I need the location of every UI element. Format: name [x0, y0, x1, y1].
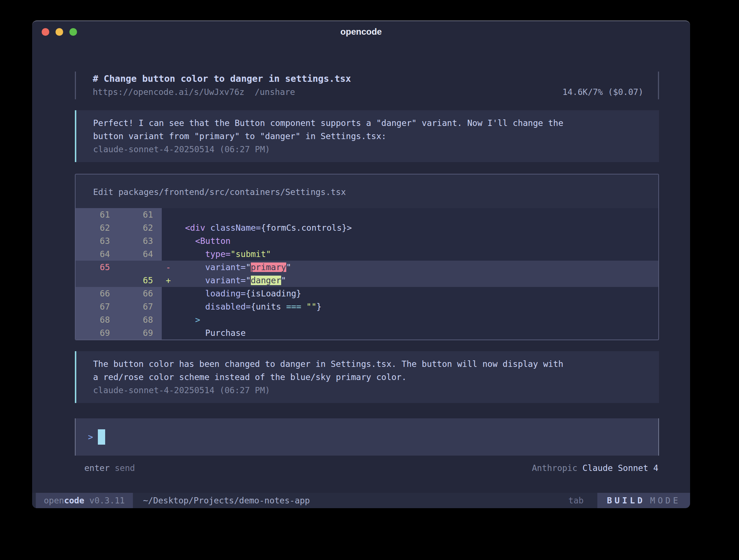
old-line-number: 61 — [76, 208, 119, 221]
code-line: type="submit" — [175, 248, 658, 261]
diff-marker — [162, 300, 175, 313]
code-token: <Button — [195, 236, 230, 246]
window-titlebar: opencode — [32, 21, 690, 42]
old-line-number: 62 — [76, 221, 119, 234]
diff-marker — [162, 287, 175, 300]
tab-key-hint[interactable]: tab — [568, 493, 584, 508]
status-bar: opencodev0.3.11 ~/Desktop/Projects/demo-… — [32, 493, 690, 508]
code-token — [175, 276, 205, 285]
new-line-number: 62 — [119, 221, 162, 234]
code-line: variant="primary" — [175, 261, 658, 274]
enter-key-hint: enter — [84, 463, 110, 473]
code-token: disabled= — [205, 302, 251, 311]
screen: opencode # Change button color to danger… — [0, 0, 739, 560]
old-line-number: 65 — [76, 261, 119, 274]
new-line-number: 61 — [119, 208, 162, 221]
new-line-number: 64 — [119, 248, 162, 261]
code-token — [175, 223, 185, 233]
diff-row: 6767 disabled={units === ""} — [76, 300, 658, 313]
code-line: <Button — [175, 234, 658, 248]
send-hint: entersend — [84, 461, 135, 475]
code-token: className= — [210, 223, 261, 233]
new-line-number: 68 — [119, 313, 162, 326]
code-token — [175, 328, 205, 338]
code-line: Purchase — [175, 326, 658, 340]
code-token: } — [317, 302, 322, 311]
diff-row: 6464 type="submit" — [76, 248, 658, 261]
old-line-number: 68 — [76, 313, 119, 326]
code-token — [205, 223, 210, 233]
code-token: > — [195, 315, 200, 325]
session-subline: https://opencode.ai/s/UwJxv76z/unshare — [93, 85, 351, 99]
new-line-number: 63 — [119, 234, 162, 248]
diff-marker — [162, 326, 175, 340]
hint-row: entersend AnthropicClaude Sonnet 4 — [75, 461, 659, 475]
model-name: Claude Sonnet 4 — [582, 463, 658, 473]
new-line-number: 65 — [119, 274, 162, 287]
prompt-input[interactable]: > — [75, 418, 659, 456]
code-token — [301, 302, 306, 311]
diff-row: 6161 — [76, 208, 658, 221]
main-content: # Change button color to danger in setti… — [32, 72, 690, 475]
provider-name: Anthropic — [532, 463, 578, 473]
assistant-message: Perfect! I can see that the Button compo… — [75, 110, 659, 162]
app-name-normal: open — [44, 493, 64, 508]
old-line-number: 67 — [76, 300, 119, 313]
app-version-segment: opencodev0.3.11 — [36, 493, 133, 508]
new-line-number: 67 — [119, 300, 162, 313]
message-meta: claude-sonnet-4-20250514 (06:27 PM) — [93, 143, 644, 156]
app-version: v0.3.11 — [89, 493, 125, 508]
code-line: > — [175, 313, 658, 326]
diff-row: 6868 > — [76, 313, 658, 326]
minimize-button[interactable] — [55, 28, 63, 36]
code-token: Purchase — [205, 328, 246, 338]
old-line-number: 69 — [76, 326, 119, 340]
code-token: {units — [251, 302, 286, 311]
code-token: variant= — [205, 276, 246, 285]
code-line: <div className={formCs.controls}> — [175, 221, 658, 234]
code-token — [175, 315, 195, 325]
old-line-number: 63 — [76, 234, 119, 248]
diff-row: 65+ variant="danger" — [76, 274, 658, 287]
message-meta: claude-sonnet-4-20250514 (06:27 PM) — [93, 384, 644, 397]
zoom-button[interactable] — [69, 28, 77, 36]
mode-segment: BUILDMODE — [597, 493, 690, 508]
diff-row: 6363 <Button — [76, 234, 658, 248]
code-token — [175, 236, 195, 246]
code-token: " — [246, 276, 251, 285]
new-line-number — [119, 261, 162, 274]
code-token: " — [286, 262, 291, 272]
code-line — [175, 208, 658, 221]
edit-tool-block: Edit packages/frontend/src/containers/Se… — [75, 174, 659, 340]
code-token: "submit" — [230, 249, 271, 259]
working-directory: ~/Desktop/Projects/demo-notes-app — [143, 493, 310, 508]
message-line: a red/rose color scheme instead of the b… — [93, 371, 644, 384]
diff-rows: 61616262 <div className={formCs.controls… — [76, 208, 658, 340]
prompt-symbol: > — [88, 429, 93, 445]
mode-name-bold: BUILD — [607, 493, 645, 508]
diff-marker — [162, 248, 175, 261]
model-indicator: AnthropicClaude Sonnet 4 — [532, 461, 658, 475]
code-line: variant="danger" — [175, 274, 658, 287]
close-button[interactable] — [42, 28, 49, 36]
new-line-number: 69 — [119, 326, 162, 340]
diff-marker — [162, 234, 175, 248]
edit-tool-title: Edit packages/frontend/src/containers/Se… — [76, 174, 658, 208]
diff-row: 65- variant="primary" — [76, 261, 658, 274]
diff-row: 6262 <div className={formCs.controls}> — [76, 221, 658, 234]
send-action-label: send — [115, 463, 135, 473]
old-line-number: 66 — [76, 287, 119, 300]
code-token: danger — [251, 276, 281, 285]
diff-marker — [162, 208, 175, 221]
code-token: "" — [306, 302, 317, 311]
diff-row: 6969 Purchase — [76, 326, 658, 340]
app-name-bold: code — [64, 493, 84, 508]
code-token — [175, 262, 205, 272]
code-token: loading= — [205, 289, 246, 298]
session-header-text: # Change button color to danger in setti… — [93, 72, 351, 99]
code-token — [175, 289, 205, 298]
window-title: opencode — [32, 27, 690, 37]
opencode-window: opencode # Change button color to danger… — [32, 20, 690, 508]
old-line-number: 64 — [76, 248, 119, 261]
session-title: # Change button color to danger in setti… — [93, 72, 351, 85]
